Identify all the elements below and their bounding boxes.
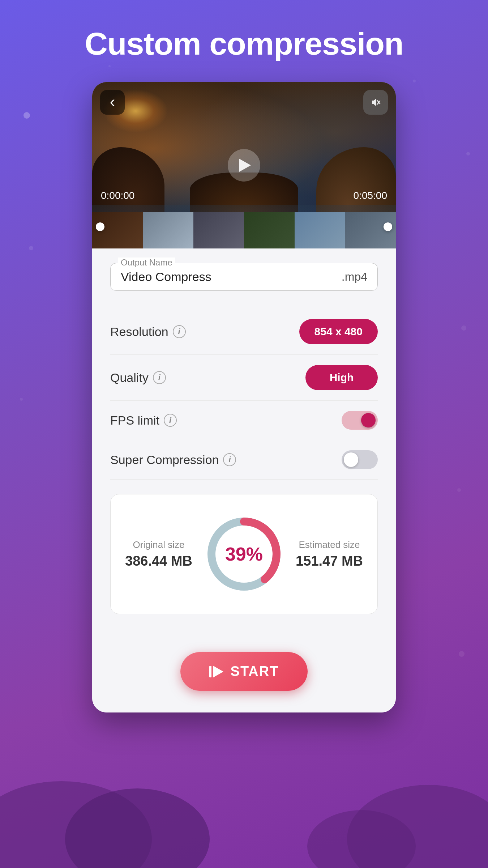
start-icon xyxy=(209,666,223,677)
fps-limit-label: FPS limit xyxy=(110,413,159,427)
quality-row: Quality i High xyxy=(110,355,378,401)
quality-info-letter: i xyxy=(158,373,160,382)
start-button-label: START xyxy=(231,664,279,679)
sound-button[interactable] xyxy=(363,90,388,115)
resolution-button[interactable]: 854 x 480 xyxy=(299,319,378,344)
super-compression-info-icon[interactable]: i xyxy=(223,453,236,466)
quality-label: Quality xyxy=(110,371,149,385)
resolution-label: Resolution xyxy=(110,325,168,339)
page-title: Custom compression xyxy=(85,25,403,62)
estimated-size-label: Estimated size xyxy=(299,539,360,550)
output-name-field[interactable]: Output Name Video Compress .mp4 xyxy=(110,263,378,291)
back-button[interactable] xyxy=(100,90,125,115)
timeline-handle-left[interactable] xyxy=(96,222,104,231)
super-compression-label: Super Compression xyxy=(110,453,219,467)
resolution-info-icon[interactable]: i xyxy=(173,325,186,338)
output-extension: .mp4 xyxy=(342,270,367,284)
resolution-info-letter: i xyxy=(178,327,180,336)
quality-info-icon[interactable]: i xyxy=(153,371,166,384)
fps-limit-row: FPS limit i xyxy=(110,401,378,440)
estimated-size-info: Estimated size 151.47 MB xyxy=(296,539,363,569)
super-compression-info-letter: i xyxy=(228,455,231,464)
video-player: 0:00:00 0:05:00 xyxy=(92,82,396,248)
time-end: 0:05:00 xyxy=(354,190,387,201)
fps-limit-info-icon[interactable]: i xyxy=(164,414,177,427)
fps-info-letter: i xyxy=(169,416,171,425)
compression-stats-box: Original size 386.44 MB 39% Estimated si… xyxy=(110,494,378,614)
start-section: START xyxy=(92,632,396,712)
super-compression-toggle[interactable] xyxy=(342,450,378,469)
resolution-row: Resolution i 854 x 480 xyxy=(110,309,378,355)
background-clouds xyxy=(0,774,488,868)
time-start: 0:00:00 xyxy=(101,190,134,201)
fps-limit-toggle[interactable] xyxy=(342,411,378,430)
main-card: 0:00:00 0:05:00 Output Name Video Compre… xyxy=(92,82,396,712)
donut-percent-text: 39% xyxy=(225,543,263,565)
settings-section: Output Name Video Compress .mp4 Resoluti… xyxy=(92,248,396,632)
original-size-info: Original size 386.44 MB xyxy=(125,539,192,569)
original-size-label: Original size xyxy=(133,539,184,550)
estimated-size-value: 151.47 MB xyxy=(296,553,363,569)
super-compression-row: Super Compression i xyxy=(110,440,378,480)
compression-donut-chart: 39% xyxy=(202,512,286,596)
output-name-label: Output Name xyxy=(118,258,175,268)
quality-button[interactable]: High xyxy=(305,365,378,390)
play-button[interactable] xyxy=(228,149,260,182)
timeline-strip[interactable] xyxy=(92,205,396,248)
start-button[interactable]: START xyxy=(180,652,308,691)
original-size-value: 386.44 MB xyxy=(125,553,192,569)
output-name-value: Video Compress xyxy=(121,270,211,284)
timeline-handle-right[interactable] xyxy=(384,222,392,231)
